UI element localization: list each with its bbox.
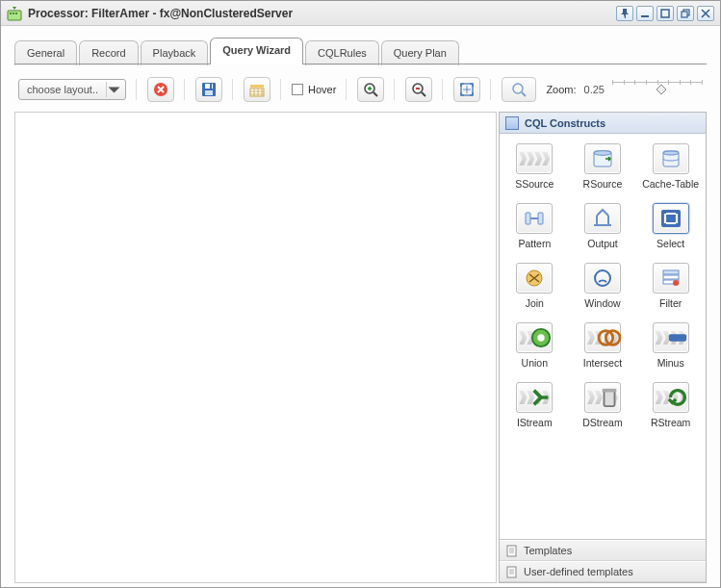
restore-button[interactable] <box>677 6 694 21</box>
document-icon <box>505 545 518 557</box>
palette-item-cache-table[interactable]: Cache-Table <box>640 143 702 190</box>
svg-point-20 <box>513 84 523 93</box>
app-icon <box>7 6 22 21</box>
svg-rect-11 <box>205 90 213 95</box>
zoom-slider[interactable] <box>612 80 703 99</box>
zoom-in-button[interactable] <box>357 77 384 102</box>
palette-item-window[interactable]: Window <box>572 263 633 309</box>
grid-button[interactable] <box>244 77 270 102</box>
palette-item-ssource[interactable]: SSource <box>503 143 565 190</box>
palette-item-rstream[interactable]: RStream <box>640 382 702 428</box>
svg-rect-4 <box>641 15 649 17</box>
palette-item-output[interactable]: Output <box>572 203 633 249</box>
pin-button[interactable] <box>616 6 633 21</box>
svg-rect-0 <box>8 11 21 20</box>
svg-point-36 <box>538 334 545 341</box>
zoom-label: Zoom: <box>546 84 576 95</box>
svg-rect-32 <box>663 275 679 279</box>
maximize-button[interactable] <box>657 6 674 21</box>
palette-item-intersect[interactable]: Intersect <box>572 322 633 369</box>
svg-rect-1 <box>10 13 12 14</box>
svg-line-18 <box>422 92 425 96</box>
svg-rect-13 <box>250 85 264 88</box>
zoom-out-button[interactable] <box>405 77 432 102</box>
palette-title: CQL Constructs <box>525 117 605 129</box>
palette-header-icon <box>505 116 519 130</box>
svg-line-16 <box>373 92 377 96</box>
document-icon <box>505 566 518 578</box>
svg-rect-5 <box>661 10 669 17</box>
tab-query-plan[interactable]: Query Plan <box>381 40 459 65</box>
svg-point-25 <box>663 151 679 155</box>
svg-line-21 <box>522 92 526 96</box>
chevron-down-icon <box>106 82 121 97</box>
svg-rect-41 <box>603 389 617 393</box>
zoom-fit-button[interactable] <box>453 77 480 102</box>
palette-item-join[interactable]: Join <box>503 263 565 309</box>
hover-label: Hover <box>308 84 336 95</box>
svg-rect-40 <box>604 391 614 407</box>
tab-record[interactable]: Record <box>79 40 138 65</box>
close-button[interactable] <box>697 6 714 21</box>
zoom-value: 0.25 <box>584 84 605 95</box>
palette-item-union[interactable]: Union <box>503 322 565 369</box>
tab-general[interactable]: General <box>14 40 77 65</box>
svg-rect-31 <box>663 270 679 274</box>
minimize-button[interactable] <box>636 6 654 21</box>
palette-item-pattern[interactable]: Pattern <box>503 203 565 249</box>
svg-rect-26 <box>526 213 530 224</box>
window-title: Processor: FilterAmer - fx@NonClusteredS… <box>28 7 616 20</box>
palette-section-templates[interactable]: Templates <box>500 540 706 561</box>
palette-section-user-templates[interactable]: User-defined templates <box>500 561 706 582</box>
delete-button[interactable] <box>147 77 174 102</box>
svg-point-34 <box>673 280 679 286</box>
query-canvas[interactable] <box>14 112 497 583</box>
svg-point-23 <box>594 151 611 156</box>
svg-rect-7 <box>682 12 687 17</box>
palette-item-filter[interactable]: Filter <box>640 263 702 309</box>
svg-rect-27 <box>538 213 543 224</box>
svg-rect-12 <box>210 84 212 89</box>
tab-query-wizard[interactable]: Query Wizard <box>210 38 303 64</box>
hover-checkbox[interactable] <box>292 84 303 95</box>
svg-point-30 <box>595 270 610 286</box>
palette-item-istream[interactable]: IStream <box>503 382 565 428</box>
palette-item-minus[interactable]: Minus <box>640 322 702 369</box>
tab-cqlrules[interactable]: CQLRules <box>305 40 379 65</box>
save-button[interactable] <box>195 77 222 102</box>
layout-select-text: choose layout.. <box>27 84 98 95</box>
zoom-tool-button[interactable] <box>502 77 536 102</box>
palette-item-select[interactable]: Select <box>640 203 702 249</box>
svg-rect-39 <box>668 334 685 341</box>
svg-rect-2 <box>13 13 14 14</box>
palette-item-dstream[interactable]: DStream <box>572 382 633 428</box>
layout-select[interactable]: choose layout.. <box>18 79 126 100</box>
slider-thumb-icon <box>656 84 667 95</box>
tab-playback[interactable]: Playback <box>141 40 209 65</box>
svg-rect-3 <box>15 13 17 14</box>
palette-item-rsource[interactable]: RSource <box>572 143 633 190</box>
